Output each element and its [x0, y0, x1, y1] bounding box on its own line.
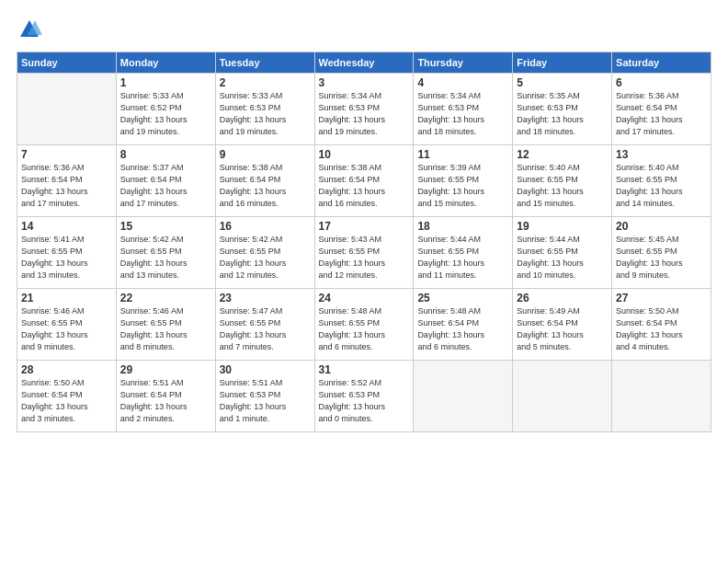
- calendar-cell: 13Sunrise: 5:40 AM Sunset: 6:55 PM Dayli…: [612, 145, 711, 217]
- calendar-cell: 9Sunrise: 5:38 AM Sunset: 6:54 PM Daylig…: [215, 145, 314, 217]
- day-number: 13: [616, 148, 707, 161]
- day-number: 29: [120, 363, 211, 376]
- calendar-cell: 25Sunrise: 5:48 AM Sunset: 6:54 PM Dayli…: [414, 289, 513, 361]
- calendar-cell: 5Sunrise: 5:35 AM Sunset: 6:53 PM Daylig…: [513, 74, 612, 145]
- day-number: 28: [21, 363, 112, 376]
- day-number: 8: [120, 148, 211, 161]
- day-info: Sunrise: 5:42 AM Sunset: 6:55 PM Dayligh…: [220, 234, 311, 282]
- calendar-cell: 16Sunrise: 5:42 AM Sunset: 6:55 PM Dayli…: [215, 217, 314, 289]
- day-info: Sunrise: 5:50 AM Sunset: 6:54 PM Dayligh…: [21, 377, 112, 425]
- day-number: 6: [616, 76, 707, 89]
- day-info: Sunrise: 5:38 AM Sunset: 6:54 PM Dayligh…: [220, 162, 311, 210]
- weekday-header-thursday: Thursday: [414, 52, 513, 74]
- day-number: 3: [319, 76, 410, 89]
- day-number: 9: [220, 148, 311, 161]
- day-number: 31: [319, 363, 410, 376]
- day-number: 27: [616, 292, 707, 304]
- calendar-cell: [414, 361, 513, 432]
- calendar-cell: 28Sunrise: 5:50 AM Sunset: 6:54 PM Dayli…: [17, 361, 117, 432]
- calendar-cell: 7Sunrise: 5:36 AM Sunset: 6:54 PM Daylig…: [17, 145, 117, 217]
- day-number: 22: [120, 292, 211, 304]
- day-info: Sunrise: 5:47 AM Sunset: 6:55 PM Dayligh…: [220, 305, 311, 353]
- weekday-header-saturday: Saturday: [612, 52, 711, 74]
- day-info: Sunrise: 5:39 AM Sunset: 6:55 PM Dayligh…: [417, 162, 508, 210]
- calendar-cell: 10Sunrise: 5:38 AM Sunset: 6:54 PM Dayli…: [314, 145, 414, 217]
- calendar-cell: 29Sunrise: 5:51 AM Sunset: 6:54 PM Dayli…: [116, 361, 215, 432]
- day-info: Sunrise: 5:41 AM Sunset: 6:55 PM Dayligh…: [21, 234, 112, 282]
- day-number: 20: [616, 220, 707, 233]
- calendar-cell: 26Sunrise: 5:49 AM Sunset: 6:54 PM Dayli…: [513, 289, 612, 361]
- calendar-cell: 23Sunrise: 5:47 AM Sunset: 6:55 PM Dayli…: [215, 289, 314, 361]
- day-info: Sunrise: 5:51 AM Sunset: 6:53 PM Dayligh…: [220, 377, 311, 425]
- calendar-cell: 4Sunrise: 5:34 AM Sunset: 6:53 PM Daylig…: [414, 74, 513, 145]
- day-info: Sunrise: 5:40 AM Sunset: 6:55 PM Dayligh…: [616, 162, 707, 210]
- day-info: Sunrise: 5:46 AM Sunset: 6:55 PM Dayligh…: [120, 305, 211, 353]
- day-info: Sunrise: 5:44 AM Sunset: 6:55 PM Dayligh…: [517, 234, 608, 282]
- day-number: 7: [21, 148, 112, 161]
- weekday-header-row: SundayMondayTuesdayWednesdayThursdayFrid…: [17, 52, 711, 74]
- day-info: Sunrise: 5:45 AM Sunset: 6:55 PM Dayligh…: [616, 234, 707, 282]
- calendar-cell: 27Sunrise: 5:50 AM Sunset: 6:54 PM Dayli…: [612, 289, 711, 361]
- weekday-header-wednesday: Wednesday: [314, 52, 414, 74]
- week-row-2: 7Sunrise: 5:36 AM Sunset: 6:54 PM Daylig…: [17, 145, 711, 217]
- week-row-4: 21Sunrise: 5:46 AM Sunset: 6:55 PM Dayli…: [17, 289, 711, 361]
- week-row-3: 14Sunrise: 5:41 AM Sunset: 6:55 PM Dayli…: [17, 217, 711, 289]
- calendar-cell: 22Sunrise: 5:46 AM Sunset: 6:55 PM Dayli…: [116, 289, 215, 361]
- day-number: 17: [319, 220, 410, 233]
- day-info: Sunrise: 5:48 AM Sunset: 6:55 PM Dayligh…: [319, 305, 410, 353]
- calendar-cell: 15Sunrise: 5:42 AM Sunset: 6:55 PM Dayli…: [116, 217, 215, 289]
- day-info: Sunrise: 5:34 AM Sunset: 6:53 PM Dayligh…: [319, 90, 410, 138]
- week-row-1: 1Sunrise: 5:33 AM Sunset: 6:52 PM Daylig…: [17, 74, 711, 145]
- day-number: 30: [220, 363, 311, 376]
- weekday-header-tuesday: Tuesday: [215, 52, 314, 74]
- day-number: 25: [417, 292, 508, 304]
- calendar-cell: [612, 361, 711, 432]
- day-info: Sunrise: 5:52 AM Sunset: 6:53 PM Dayligh…: [319, 377, 410, 425]
- day-number: 19: [517, 220, 608, 233]
- calendar-cell: 21Sunrise: 5:46 AM Sunset: 6:55 PM Dayli…: [17, 289, 117, 361]
- day-number: 24: [319, 292, 410, 304]
- day-number: 21: [21, 292, 112, 304]
- calendar-table: SundayMondayTuesdayWednesdayThursdayFrid…: [17, 52, 711, 432]
- day-info: Sunrise: 5:50 AM Sunset: 6:54 PM Dayligh…: [616, 305, 707, 353]
- calendar-cell: 3Sunrise: 5:34 AM Sunset: 6:53 PM Daylig…: [314, 74, 414, 145]
- page: SundayMondayTuesdayWednesdayThursdayFrid…: [0, 0, 728, 563]
- calendar-cell: 8Sunrise: 5:37 AM Sunset: 6:54 PM Daylig…: [116, 145, 215, 217]
- day-info: Sunrise: 5:36 AM Sunset: 6:54 PM Dayligh…: [21, 162, 112, 210]
- calendar-cell: 1Sunrise: 5:33 AM Sunset: 6:52 PM Daylig…: [116, 74, 215, 145]
- day-number: 15: [120, 220, 211, 233]
- day-number: 12: [517, 148, 608, 161]
- calendar-cell: 12Sunrise: 5:40 AM Sunset: 6:55 PM Dayli…: [513, 145, 612, 217]
- calendar-cell: 14Sunrise: 5:41 AM Sunset: 6:55 PM Dayli…: [17, 217, 117, 289]
- day-info: Sunrise: 5:38 AM Sunset: 6:54 PM Dayligh…: [319, 162, 410, 210]
- day-info: Sunrise: 5:37 AM Sunset: 6:54 PM Dayligh…: [120, 162, 211, 210]
- day-info: Sunrise: 5:51 AM Sunset: 6:54 PM Dayligh…: [120, 377, 211, 425]
- calendar-cell: 2Sunrise: 5:33 AM Sunset: 6:53 PM Daylig…: [215, 74, 314, 145]
- day-number: 18: [417, 220, 508, 233]
- calendar-cell: 11Sunrise: 5:39 AM Sunset: 6:55 PM Dayli…: [414, 145, 513, 217]
- header: [17, 17, 711, 42]
- weekday-header-friday: Friday: [513, 52, 612, 74]
- day-number: 2: [220, 76, 311, 89]
- day-info: Sunrise: 5:46 AM Sunset: 6:55 PM Dayligh…: [21, 305, 112, 353]
- calendar-cell: [17, 74, 117, 145]
- day-info: Sunrise: 5:49 AM Sunset: 6:54 PM Dayligh…: [517, 305, 608, 353]
- calendar-cell: 24Sunrise: 5:48 AM Sunset: 6:55 PM Dayli…: [314, 289, 414, 361]
- day-info: Sunrise: 5:48 AM Sunset: 6:54 PM Dayligh…: [417, 305, 508, 353]
- day-info: Sunrise: 5:33 AM Sunset: 6:53 PM Dayligh…: [220, 90, 311, 138]
- day-info: Sunrise: 5:34 AM Sunset: 6:53 PM Dayligh…: [417, 90, 508, 138]
- calendar-cell: 6Sunrise: 5:36 AM Sunset: 6:54 PM Daylig…: [612, 74, 711, 145]
- weekday-header-sunday: Sunday: [17, 52, 117, 74]
- calendar-cell: 18Sunrise: 5:44 AM Sunset: 6:55 PM Dayli…: [414, 217, 513, 289]
- day-number: 11: [417, 148, 508, 161]
- day-info: Sunrise: 5:40 AM Sunset: 6:55 PM Dayligh…: [517, 162, 608, 210]
- day-number: 16: [220, 220, 311, 233]
- logo: [17, 17, 46, 42]
- day-number: 23: [220, 292, 311, 304]
- week-row-5: 28Sunrise: 5:50 AM Sunset: 6:54 PM Dayli…: [17, 361, 711, 432]
- day-number: 5: [517, 76, 608, 89]
- day-info: Sunrise: 5:44 AM Sunset: 6:55 PM Dayligh…: [417, 234, 508, 282]
- day-number: 26: [517, 292, 608, 304]
- calendar-cell: 20Sunrise: 5:45 AM Sunset: 6:55 PM Dayli…: [612, 217, 711, 289]
- calendar-cell: 31Sunrise: 5:52 AM Sunset: 6:53 PM Dayli…: [314, 361, 414, 432]
